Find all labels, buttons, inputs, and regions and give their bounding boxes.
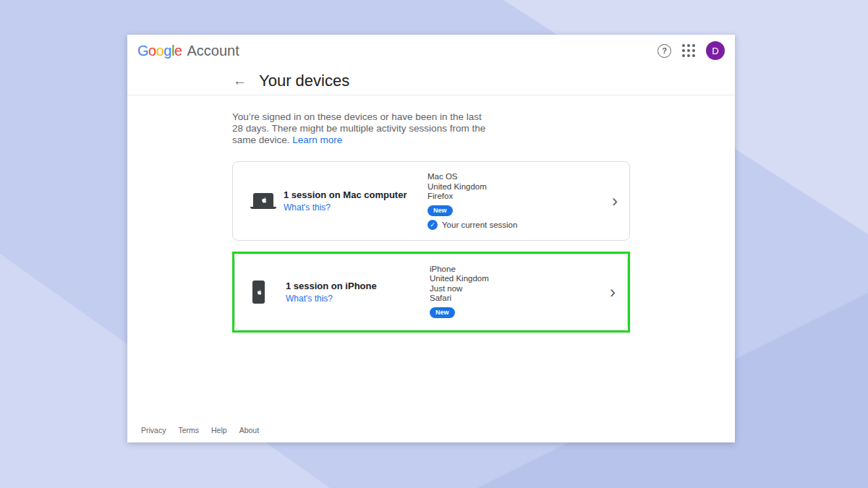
device-card-iphone[interactable]: 1 session on iPhone What's this? iPhone … <box>234 254 628 330</box>
back-arrow-icon[interactable]: ← <box>233 74 247 87</box>
chevron-right-icon[interactable]: › <box>603 283 616 301</box>
footer-link-help[interactable]: Help <box>211 426 227 435</box>
mac-laptop-icon <box>250 193 276 209</box>
help-icon[interactable]: ? <box>658 44 671 58</box>
google-account-logo[interactable]: G o o g l e Account <box>137 43 239 59</box>
current-session-row: ✓ Your current session <box>427 220 605 230</box>
new-badge: New <box>430 307 455 318</box>
header: G o o g l e Account ? D <box>127 35 735 67</box>
device-details: Mac OS United Kingdom Firefox New ✓ Your… <box>427 172 605 230</box>
apps-grid-icon[interactable] <box>682 44 695 57</box>
highlight-annotation: 1 session on iPhone What's this? iPhone … <box>232 252 630 333</box>
detail-browser: Firefox <box>427 192 605 202</box>
logo-product-name: Account <box>187 43 239 59</box>
avatar[interactable]: D <box>706 41 725 60</box>
device-icon-cell <box>252 281 286 304</box>
check-circle-icon: ✓ <box>427 220 438 230</box>
intro-text-body: You’re signed in on these devices or hav… <box>232 111 485 145</box>
logo-letter: o <box>148 43 156 59</box>
logo-letter: g <box>163 43 171 59</box>
detail-device: iPhone <box>430 265 603 275</box>
logo-letter: G <box>137 43 148 59</box>
detail-os: Mac OS <box>427 172 605 182</box>
device-list: 1 session on Mac computer What's this? M… <box>232 161 630 333</box>
intro-text: You’re signed in on these devices or hav… <box>232 111 490 146</box>
iphone-icon <box>252 281 265 304</box>
device-summary: 1 session on Mac computer What's this? <box>284 189 427 213</box>
detail-time: Just now <box>430 284 603 294</box>
detail-location: United Kingdom <box>427 182 605 192</box>
footer-link-terms[interactable]: Terms <box>178 426 199 435</box>
page-title-bar: ← Your devices <box>127 67 735 95</box>
logo-letter: o <box>156 43 164 59</box>
device-details: iPhone United Kingdom Just now Safari Ne… <box>430 265 603 320</box>
footer: Privacy Terms Help About <box>141 426 259 435</box>
main-content: You’re signed in on these devices or hav… <box>127 95 735 333</box>
device-summary: 1 session on iPhone What's this? <box>286 281 430 304</box>
detail-browser: Safari <box>430 294 603 304</box>
new-badge: New <box>427 205 453 216</box>
device-card-mac[interactable]: 1 session on Mac computer What's this? M… <box>232 161 630 241</box>
whats-this-link[interactable]: What's this? <box>284 202 331 213</box>
footer-link-privacy[interactable]: Privacy <box>141 426 166 435</box>
apple-logo-icon <box>256 288 262 296</box>
device-title: 1 session on iPhone <box>286 281 430 291</box>
chevron-right-icon[interactable]: › <box>605 192 618 210</box>
learn-more-link[interactable]: Learn more <box>292 134 342 145</box>
detail-location: United Kingdom <box>430 274 603 284</box>
logo-letter: e <box>174 43 182 59</box>
apple-logo-icon <box>260 196 267 204</box>
whats-this-link[interactable]: What's this? <box>286 294 333 304</box>
page-title: Your devices <box>259 72 349 90</box>
header-actions: ? D <box>658 41 725 60</box>
device-icon-cell <box>250 193 284 209</box>
current-session-label: Your current session <box>442 221 517 229</box>
google-account-page: G o o g l e Account ? D ← Your devices Y… <box>127 35 735 442</box>
device-title: 1 session on Mac computer <box>284 189 427 200</box>
footer-link-about[interactable]: About <box>239 426 259 435</box>
